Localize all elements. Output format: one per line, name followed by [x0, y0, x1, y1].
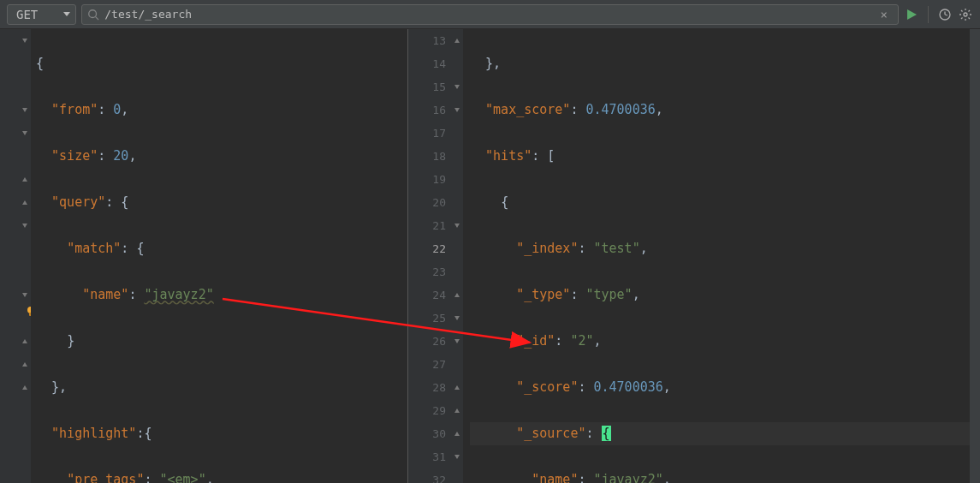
- toolbar: GET ×: [0, 0, 980, 29]
- fold-column-left: [19, 29, 31, 483]
- svg-line-12: [969, 17, 971, 19]
- http-method-label: GET: [16, 8, 38, 21]
- svg-line-11: [961, 10, 963, 12]
- search-field-wrap[interactable]: ×: [81, 4, 899, 25]
- svg-line-14: [969, 10, 971, 12]
- fold-icon[interactable]: [22, 293, 27, 297]
- fold-end-icon: [454, 39, 460, 43]
- fold-icon[interactable]: [454, 85, 460, 89]
- gear-icon[interactable]: [958, 7, 973, 22]
- fold-end-icon: [22, 200, 27, 205]
- clear-icon[interactable]: ×: [876, 8, 893, 21]
- fold-column-right: [451, 29, 463, 483]
- svg-point-0: [89, 9, 97, 17]
- fold-end-icon: [22, 362, 27, 367]
- fold-end-icon: [454, 293, 460, 297]
- response-code[interactable]: }, "max_score": 0.4700036, "hits": [ { "…: [463, 29, 980, 483]
- fold-icon[interactable]: [454, 224, 460, 228]
- editor-split: { "from": 0, "size": 20, "query": { "mat…: [0, 29, 980, 483]
- fold-end-icon: [454, 432, 460, 436]
- fold-icon[interactable]: [22, 39, 27, 43]
- svg-line-1: [96, 16, 99, 20]
- http-method-dropdown[interactable]: GET: [7, 4, 76, 25]
- fold-icon[interactable]: [22, 131, 27, 135]
- fold-end-icon: [22, 385, 27, 390]
- fold-icon[interactable]: [454, 108, 460, 112]
- fold-end-icon: [22, 177, 27, 182]
- fold-icon[interactable]: [454, 455, 460, 459]
- fold-end-icon: [22, 339, 27, 343]
- toolbar-divider: [928, 6, 929, 23]
- search-icon: [87, 9, 99, 21]
- fold-icon[interactable]: [454, 316, 460, 320]
- svg-line-5: [945, 15, 947, 15]
- path-input[interactable]: [104, 8, 870, 21]
- chevron-down-icon: [63, 12, 70, 16]
- gutter-right: 1314151617181920212223242526272829303132: [408, 29, 451, 483]
- svg-marker-2: [907, 9, 917, 20]
- scrollbar[interactable]: [970, 29, 980, 483]
- svg-line-13: [961, 17, 963, 19]
- fold-icon[interactable]: [454, 339, 460, 343]
- request-code[interactable]: { "from": 0, "size": 20, "query": { "mat…: [31, 29, 407, 483]
- fold-icon[interactable]: [22, 224, 27, 228]
- fold-end-icon: [454, 408, 460, 413]
- gutter-left: [0, 29, 19, 483]
- history-icon[interactable]: [937, 7, 953, 22]
- response-editor[interactable]: 1314151617181920212223242526272829303132…: [408, 29, 980, 483]
- run-button[interactable]: [904, 7, 919, 22]
- fold-end-icon: [454, 385, 460, 390]
- fold-icon[interactable]: [22, 108, 27, 112]
- svg-point-6: [964, 13, 967, 16]
- request-editor[interactable]: { "from": 0, "size": 20, "query": { "mat…: [0, 29, 408, 483]
